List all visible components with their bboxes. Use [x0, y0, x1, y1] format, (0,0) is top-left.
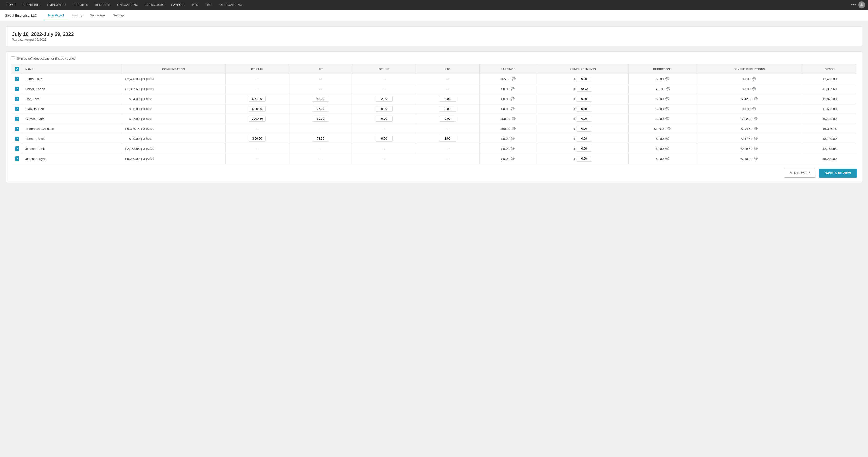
row-ot-rate-6[interactable]	[225, 134, 289, 144]
benefit-deductions-comment-icon-7[interactable]: 💬	[754, 147, 758, 151]
row-checkbox-2[interactable]	[15, 97, 20, 101]
earnings-comment-icon-5[interactable]: 💬	[512, 127, 516, 130]
row-reimb-6[interactable]: $	[537, 134, 629, 144]
reimb-input-8[interactable]	[576, 156, 592, 162]
nav-onboarding[interactable]: ONBOARDING	[114, 0, 142, 10]
hrs-input-6[interactable]	[312, 136, 329, 142]
row-checkbox-6[interactable]	[15, 136, 20, 141]
row-ot-hrs-2[interactable]	[352, 94, 416, 104]
deductions-comment-icon-1[interactable]: 💬	[666, 87, 670, 91]
row-ot-rate-3[interactable]	[225, 104, 289, 114]
row-checkbox-0[interactable]	[15, 77, 20, 81]
row-pto-4[interactable]	[416, 114, 479, 124]
row-reimb-2[interactable]: $	[537, 94, 629, 104]
earnings-comment-icon-2[interactable]: 💬	[511, 97, 515, 100]
save-review-button[interactable]: SAVE & REVIEW	[819, 169, 857, 177]
reimb-input-7[interactable]	[576, 146, 592, 152]
row-checkbox-5[interactable]	[15, 127, 20, 131]
reimb-input-6[interactable]	[576, 136, 592, 142]
earnings-comment-icon-0[interactable]: 💬	[512, 77, 516, 80]
row-checkbox-8[interactable]	[15, 157, 20, 161]
pto-input-6[interactable]	[439, 136, 456, 142]
row-pto-6[interactable]	[416, 134, 479, 144]
benefit-deductions-comment-icon-2[interactable]: 💬	[754, 97, 758, 100]
earnings-comment-icon-6[interactable]: 💬	[511, 137, 515, 140]
tab-subgroups[interactable]: Subgroups	[86, 10, 109, 21]
tab-history[interactable]: History	[68, 10, 86, 21]
deductions-comment-icon-5[interactable]: 💬	[667, 127, 671, 130]
row-checkbox-7[interactable]	[15, 146, 20, 151]
benefit-deductions-comment-icon-4[interactable]: 💬	[754, 117, 758, 121]
row-ot-rate-4[interactable]	[225, 114, 289, 124]
more-options-icon[interactable]: •••	[849, 2, 858, 7]
row-reimb-5[interactable]: $	[537, 124, 629, 134]
row-ot-hrs-3[interactable]	[352, 104, 416, 114]
reimb-input-0[interactable]	[576, 76, 592, 82]
earnings-comment-icon-4[interactable]: 💬	[512, 117, 516, 121]
deductions-comment-icon-0[interactable]: 💬	[665, 77, 669, 80]
earnings-comment-icon-1[interactable]: 💬	[511, 87, 515, 91]
ot-hrs-input-6[interactable]	[376, 136, 393, 142]
start-over-button[interactable]: START OVER	[784, 169, 816, 177]
hrs-input-4[interactable]	[312, 116, 329, 122]
deductions-comment-icon-3[interactable]: 💬	[665, 107, 669, 110]
row-checkbox-3[interactable]	[15, 106, 20, 111]
ot-rate-input-3[interactable]	[249, 106, 266, 112]
row-ot-rate-2[interactable]	[225, 94, 289, 104]
ot-hrs-input-2[interactable]	[376, 96, 393, 102]
benefit-deductions-comment-icon-1[interactable]: 💬	[752, 87, 756, 91]
row-reimb-3[interactable]: $	[537, 104, 629, 114]
benefit-deductions-comment-icon-3[interactable]: 💬	[752, 107, 756, 110]
ot-rate-input-4[interactable]	[249, 116, 266, 122]
deductions-comment-icon-7[interactable]: 💬	[665, 147, 669, 151]
select-all-checkbox[interactable]	[15, 67, 20, 71]
nav-reports[interactable]: REPORTS	[70, 0, 92, 10]
row-reimb-1[interactable]: $	[537, 84, 629, 94]
hrs-input-2[interactable]	[312, 96, 329, 102]
row-checkbox-4[interactable]	[15, 117, 20, 121]
ot-hrs-input-3[interactable]	[376, 106, 393, 112]
earnings-comment-icon-8[interactable]: 💬	[511, 157, 515, 160]
benefit-deductions-comment-icon-8[interactable]: 💬	[754, 157, 758, 160]
reimb-input-3[interactable]	[576, 106, 592, 112]
nav-offboarding[interactable]: OFFBOARDING	[216, 0, 246, 10]
deductions-comment-icon-8[interactable]: 💬	[665, 157, 669, 160]
nav-payroll[interactable]: PAYROLL	[168, 0, 188, 10]
row-hrs-4[interactable]	[289, 114, 352, 124]
user-avatar[interactable]	[858, 1, 865, 8]
benefit-deductions-comment-icon-5[interactable]: 💬	[754, 127, 758, 130]
ot-rate-input-2[interactable]	[249, 96, 266, 102]
reimb-input-1[interactable]	[576, 86, 592, 92]
pto-input-4[interactable]	[439, 116, 456, 122]
tab-run-payroll[interactable]: Run Payroll	[44, 10, 68, 21]
reimb-input-5[interactable]	[576, 126, 592, 132]
hrs-input-3[interactable]	[312, 106, 329, 112]
deductions-comment-icon-6[interactable]: 💬	[665, 137, 669, 140]
benefit-deductions-comment-icon-6[interactable]: 💬	[754, 137, 758, 140]
row-ot-hrs-4[interactable]	[352, 114, 416, 124]
nav-time[interactable]: TIME	[202, 0, 216, 10]
row-reimb-4[interactable]: $	[537, 114, 629, 124]
nav-benefits[interactable]: BENEFITS	[92, 0, 114, 10]
pto-input-3[interactable]	[439, 106, 456, 112]
benefit-deductions-comment-icon-0[interactable]: 💬	[752, 77, 756, 80]
row-hrs-6[interactable]	[289, 134, 352, 144]
row-hrs-2[interactable]	[289, 94, 352, 104]
reimb-input-2[interactable]	[576, 96, 592, 102]
earnings-comment-icon-7[interactable]: 💬	[511, 147, 515, 151]
nav-home[interactable]: HOME	[3, 0, 19, 10]
pto-input-2[interactable]	[439, 96, 456, 102]
row-checkbox-1[interactable]	[15, 87, 20, 91]
reimb-input-4[interactable]	[576, 116, 592, 122]
nav-berniebill[interactable]: BERNIEBILL	[19, 0, 44, 10]
nav-employees[interactable]: EMPLOYEES	[44, 0, 70, 10]
earnings-comment-icon-3[interactable]: 💬	[511, 107, 515, 110]
row-hrs-3[interactable]	[289, 104, 352, 114]
row-reimb-8[interactable]: $	[537, 154, 629, 164]
row-reimb-0[interactable]: $	[537, 74, 629, 84]
deductions-comment-icon-4[interactable]: 💬	[665, 117, 669, 121]
ot-hrs-input-4[interactable]	[376, 116, 393, 122]
nav-1094c[interactable]: 1094C/1095C	[142, 0, 168, 10]
row-reimb-7[interactable]: $	[537, 144, 629, 154]
deductions-comment-icon-2[interactable]: 💬	[665, 97, 669, 100]
